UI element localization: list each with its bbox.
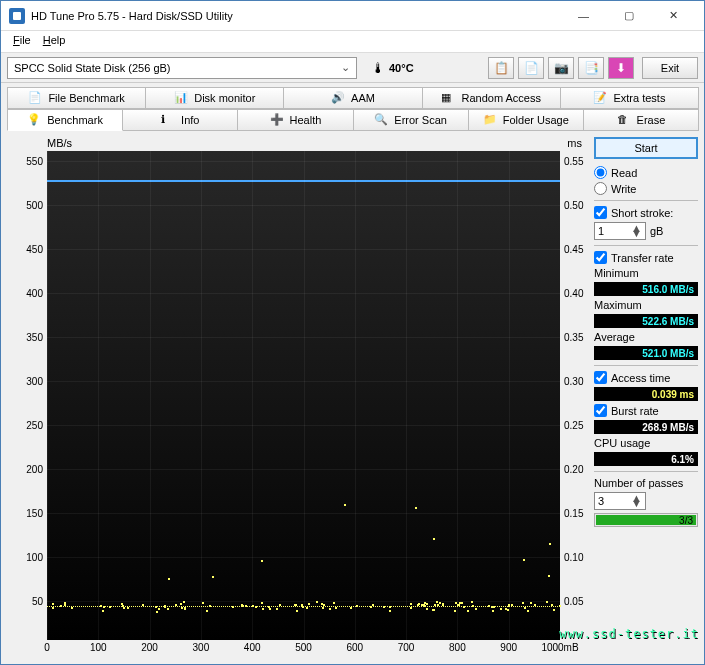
tab-file-benchmark[interactable]: 📄File Benchmark [7, 87, 146, 109]
minimize-button[interactable]: — [561, 2, 606, 30]
chart-wrap: MB/s ms 55050045040035030025020015010050… [7, 137, 590, 658]
drive-select[interactable]: SPCC Solid State Disk (256 gB) ⌄ [7, 57, 357, 79]
random-access-icon: ▦ [441, 91, 455, 105]
aam-icon: 🔊 [331, 91, 345, 105]
app-icon [9, 8, 25, 24]
transfer-rate-checkbox[interactable]: Transfer rate [594, 251, 698, 264]
save-button[interactable]: ⬇ [608, 57, 634, 79]
passes-progress: 3/3 [594, 513, 698, 527]
y-axis-label-left: MB/s [47, 137, 72, 149]
maximize-button[interactable]: ▢ [606, 2, 651, 30]
short-stroke-input[interactable]: 1▲▼ [594, 222, 646, 240]
folder-usage-icon: 📁 [483, 113, 497, 127]
passes-label: Number of passes [594, 477, 698, 489]
average-label: Average [594, 331, 698, 343]
passes-input[interactable]: 3▲▼ [594, 492, 646, 510]
drive-select-value: SPCC Solid State Disk (256 gB) [14, 62, 171, 74]
content-area: MB/s ms 55050045040035030025020015010050… [1, 131, 704, 664]
tab-aam[interactable]: 🔊AAM [283, 87, 422, 109]
tab-container: 📄File Benchmark 📊Disk monitor 🔊AAM ▦Rand… [1, 83, 704, 131]
info-icon: ℹ [161, 113, 175, 127]
menu-help[interactable]: Help [39, 33, 70, 50]
chevron-down-icon: ⌄ [341, 61, 350, 74]
menu-file[interactable]: File [9, 33, 35, 50]
tab-info[interactable]: ℹInfo [122, 109, 238, 131]
erase-icon: 🗑 [617, 113, 631, 127]
access-time-checkbox[interactable]: Access time [594, 371, 698, 384]
read-radio[interactable]: Read [594, 166, 698, 179]
titlebar: HD Tune Pro 5.75 - Hard Disk/SSD Utility… [1, 1, 704, 31]
extra-tests-icon: 📝 [593, 91, 607, 105]
burst-rate-value: 268.9 MB/s [594, 420, 698, 434]
tab-erase[interactable]: 🗑Erase [583, 109, 699, 131]
error-scan-icon: 🔍 [374, 113, 388, 127]
save-screenshot-button[interactable]: 📷 [548, 57, 574, 79]
results-panel: Start Read Write Short stroke: 1▲▼ gB Tr… [590, 137, 698, 658]
average-value: 521.0 MB/s [594, 346, 698, 360]
short-stroke-unit: gB [650, 225, 663, 237]
options-button[interactable]: 📑 [578, 57, 604, 79]
temperature-value: 40°C [389, 62, 414, 74]
tab-health[interactable]: ➕Health [237, 109, 353, 131]
watermark: www.ssd-tester.it [559, 627, 699, 641]
exit-button[interactable]: Exit [642, 57, 698, 79]
cpu-usage-value: 6.1% [594, 452, 698, 466]
copy-screenshot-button[interactable]: 📄 [518, 57, 544, 79]
file-benchmark-icon: 📄 [28, 91, 42, 105]
window-title: HD Tune Pro 5.75 - Hard Disk/SSD Utility [31, 10, 233, 22]
menubar: File Help [1, 31, 704, 53]
start-button[interactable]: Start [594, 137, 698, 159]
cpu-usage-label: CPU usage [594, 437, 698, 449]
maximum-value: 522.6 MB/s [594, 314, 698, 328]
minimum-value: 516.0 MB/s [594, 282, 698, 296]
minimum-label: Minimum [594, 267, 698, 279]
short-stroke-checkbox[interactable]: Short stroke: [594, 206, 698, 219]
tab-folder-usage[interactable]: 📁Folder Usage [468, 109, 584, 131]
tab-benchmark[interactable]: 💡Benchmark [7, 109, 123, 131]
toolbar: SPCC Solid State Disk (256 gB) ⌄ 🌡 40°C … [1, 53, 704, 83]
thermometer-icon: 🌡 [371, 60, 385, 76]
close-button[interactable]: ✕ [651, 2, 696, 30]
health-icon: ➕ [270, 113, 284, 127]
tab-error-scan[interactable]: 🔍Error Scan [353, 109, 469, 131]
write-radio[interactable]: Write [594, 182, 698, 195]
temperature: 🌡 40°C [371, 60, 414, 76]
burst-rate-checkbox[interactable]: Burst rate [594, 404, 698, 417]
disk-monitor-icon: 📊 [174, 91, 188, 105]
maximum-label: Maximum [594, 299, 698, 311]
benchmark-icon: 💡 [27, 113, 41, 127]
access-time-value: 0.039 ms [594, 387, 698, 401]
tab-random-access[interactable]: ▦Random Access [422, 87, 561, 109]
tab-extra-tests[interactable]: 📝Extra tests [560, 87, 699, 109]
copy-info-button[interactable]: 📋 [488, 57, 514, 79]
y-axis-label-right: ms [567, 137, 582, 149]
tab-disk-monitor[interactable]: 📊Disk monitor [145, 87, 284, 109]
benchmark-chart: 550500450400350300250200150100500.550.50… [47, 151, 560, 640]
